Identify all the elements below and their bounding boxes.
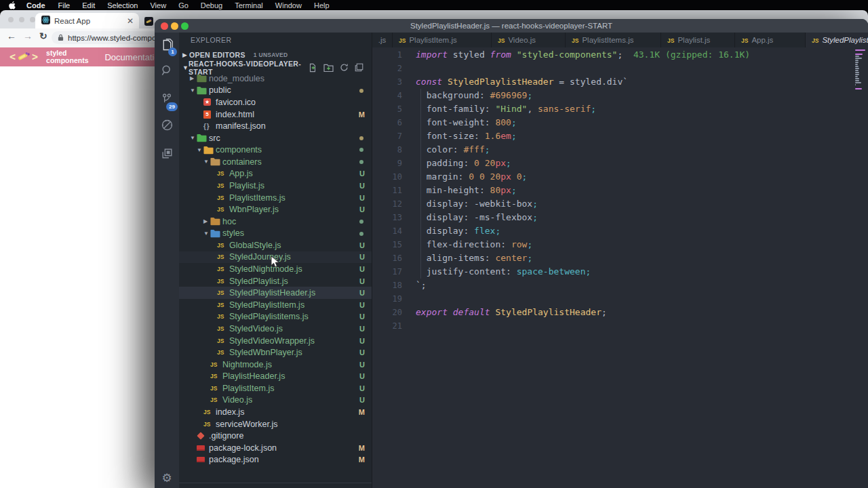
debug-icon[interactable] — [155, 113, 179, 137]
editor-tab-styledplaylistheader-js[interactable]: JSStyledPlaylistHeader.js× — [806, 33, 868, 47]
new-file-icon[interactable] — [308, 63, 317, 73]
reload-icon[interactable]: ↻ — [39, 30, 47, 41]
new-folder-icon[interactable] — [323, 63, 334, 72]
settings-gear-icon[interactable]: ⚙ — [155, 471, 179, 485]
tree-folder-node_modules[interactable]: ▶node_modules — [179, 73, 372, 85]
minimap[interactable] — [855, 49, 867, 92]
minimap-line — [855, 54, 863, 55]
tree-file-styledplaylist-js[interactable]: JSStyledPlaylist.jsU — [179, 275, 372, 287]
menu-item-terminal[interactable]: Terminal — [229, 1, 269, 9]
tree-file-styledplaylistitem-js[interactable]: JSStyledPlaylistItem.jsU — [179, 299, 372, 311]
browser-minimize-button[interactable] — [19, 17, 24, 22]
tree-folder-src[interactable]: ▼src — [179, 132, 372, 144]
tree-file-styledplaylistheader-js[interactable]: JSStyledPlaylistHeader.jsU — [179, 287, 372, 299]
file-name: StyledPlaylistHeader.js — [229, 288, 315, 298]
code-line: 16 align-items: center; — [372, 251, 868, 265]
workspace-root-section[interactable]: ▼ REACT-HOOKS-VIDEOPLAYER-START — [179, 62, 372, 73]
tree-file-video-js[interactable]: JSVideo.jsU — [179, 394, 372, 407]
menu-item-view[interactable]: View — [144, 1, 172, 9]
search-icon[interactable] — [155, 58, 179, 83]
code-line-content: display: flex; — [416, 224, 500, 238]
tree-file-serviceworker-js[interactable]: JSserviceWorker.js — [179, 418, 372, 430]
tree-file-playlistitem-js[interactable]: JSPlaylistItem.jsU — [179, 382, 372, 394]
forward-icon[interactable]: → — [23, 30, 33, 41]
second-tab-favicon[interactable] — [144, 16, 153, 28]
tree-file-package-lock-json[interactable]: package-lock.jsonM — [179, 442, 372, 454]
browser-close-button[interactable] — [8, 17, 14, 22]
brand-line2: components — [46, 57, 88, 64]
git-status-badge: U — [359, 182, 365, 190]
js-icon: JS — [203, 409, 216, 415]
file-name: WbnPlayer.js — [229, 205, 279, 214]
tree-file-styledvideo-js[interactable]: JSStyledVideo.jsU — [179, 323, 372, 335]
menu-item-selection[interactable]: Selection — [101, 1, 144, 9]
apple-menu-icon[interactable] — [9, 1, 16, 9]
tree-file-manifest-json[interactable]: { }manifest.json — [179, 120, 372, 132]
editor-tab-playlistitem-js[interactable]: JSPlaylistItem.js — [393, 33, 492, 47]
menu-item-help[interactable]: Help — [308, 1, 336, 9]
collapse-all-icon[interactable] — [355, 63, 363, 72]
tab-label: Playlist.js — [677, 36, 710, 44]
vscode-title-bar[interactable]: StyledPlaylistHeader.js — react-hooks-vi… — [155, 19, 868, 33]
menu-app-name[interactable]: Code — [20, 1, 52, 9]
tree-file-globalstyle-js[interactable]: JSGlobalStyle.jsU — [179, 239, 372, 251]
line-number: 2 — [372, 62, 402, 75]
menu-item-go[interactable]: Go — [172, 1, 195, 9]
menu-item-window[interactable]: Window — [269, 1, 308, 9]
editor-tab-playlistitems-js[interactable]: JSPlaylistItems.js — [566, 33, 661, 47]
tree-file-favicon-ico[interactable]: ★favicon.ico — [179, 96, 372, 108]
tree-file-package-json[interactable]: package.jsonM — [179, 454, 372, 466]
js-icon: JS — [217, 170, 229, 177]
editor-tab-playlist-js[interactable]: JSPlaylist.js — [661, 33, 735, 47]
code-line-content: display: -webkit-box; — [416, 197, 538, 211]
browser-tab-react-app[interactable]: React App ✕ — [35, 13, 139, 28]
file-name: serviceWorker.js — [216, 420, 277, 429]
minimize-window-button[interactable] — [171, 22, 178, 30]
editor-tab-app-js[interactable]: JSApp.js — [735, 33, 806, 47]
tree-file-styledplaylistitems-js[interactable]: JSStyledPlaylistitems.jsU — [179, 311, 372, 323]
tree-file-playlist-js[interactable]: JSPlaylist.jsU — [179, 180, 372, 192]
open-editors-label: OPEN EDITORS — [189, 51, 245, 59]
editor-tab-video-js[interactable]: JSVideo.js — [492, 33, 566, 47]
brand-wordmark[interactable]: styled components — [46, 49, 88, 64]
tree-folder-components[interactable]: ▼components — [179, 144, 372, 156]
code-editor[interactable]: 1import styled from "styled-components";… — [372, 47, 868, 488]
tree-file-styledwbnplayer-js[interactable]: JSStyledWbnPlayer.jsU — [179, 346, 372, 359]
code-line: 10 margin: 0 0 20px 0; — [372, 170, 868, 184]
refresh-icon[interactable] — [340, 63, 349, 72]
browser-zoom-button[interactable] — [30, 17, 35, 22]
tree-folder-hoc[interactable]: ▶hoc — [179, 216, 372, 228]
tab-close-icon[interactable]: ✕ — [127, 16, 134, 26]
tree-file-index-html[interactable]: 5index.htmlM — [179, 108, 372, 121]
tree-file-playlistheader-js[interactable]: JSPlaylistHeader.jsU — [179, 370, 372, 382]
tree-file-playlistitems-js[interactable]: JSPlaylistItems.jsU — [179, 192, 372, 204]
tree-file-nightmode-js[interactable]: JSNightmode.jsU — [179, 359, 372, 371]
chevron-down-icon: ▼ — [190, 87, 197, 94]
code-line: 8 color: #fff; — [372, 143, 868, 157]
back-icon[interactable]: ← — [7, 30, 16, 41]
tree-folder-styles[interactable]: ▼styles — [179, 228, 372, 240]
git-status-badge: U — [359, 348, 365, 357]
js-file-icon: JS — [498, 36, 508, 44]
line-number: 20 — [372, 306, 402, 319]
source-control-icon[interactable]: 29 — [155, 87, 179, 111]
close-window-button[interactable] — [161, 22, 168, 30]
outline-section[interactable]: ▶ OUTLINE — [179, 483, 372, 488]
tree-file--gitignore[interactable]: .gitignore — [179, 430, 372, 442]
menu-item-file[interactable]: File — [52, 1, 77, 9]
tree-file-wbnplayer-js[interactable]: JSWbnPlayer.jsU — [179, 203, 372, 216]
tree-folder-public[interactable]: ▼public — [179, 85, 372, 97]
line-number: 4 — [372, 89, 402, 102]
editor-tab--js[interactable]: .js — [372, 33, 393, 47]
zoom-window-button[interactable] — [181, 22, 189, 30]
explorer-icon[interactable]: 1 — [155, 33, 179, 57]
tree-file-app-js[interactable]: JSApp.jsU — [179, 168, 372, 180]
tree-folder-containers[interactable]: ▼containers — [179, 156, 372, 168]
extensions-icon[interactable] — [155, 141, 179, 165]
minimap-line — [855, 80, 859, 81]
tree-file-styledvideowrapper-js[interactable]: JSStyledVideoWrapper.jsU — [179, 335, 372, 347]
menu-item-edit[interactable]: Edit — [76, 1, 101, 9]
line-number: 7 — [372, 129, 402, 143]
menu-item-debug[interactable]: Debug — [195, 1, 229, 9]
tree-file-index-js[interactable]: JSindex.jsM — [179, 406, 372, 418]
